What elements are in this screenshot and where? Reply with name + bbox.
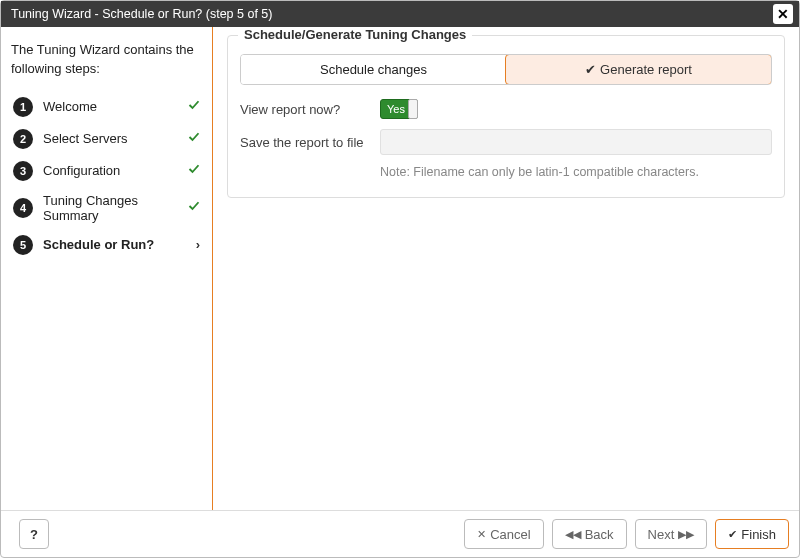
toggle-text: Yes	[387, 103, 405, 115]
close-button[interactable]: ✕	[773, 4, 793, 24]
cancel-button[interactable]: ✕ Cancel	[464, 519, 543, 549]
step-configuration[interactable]: 3 Configuration	[9, 155, 204, 187]
step-label: Configuration	[43, 163, 176, 178]
save-report-input[interactable]	[380, 129, 772, 155]
step-select-servers[interactable]: 2 Select Servers	[9, 123, 204, 155]
step-number: 1	[13, 97, 33, 117]
wizard-content: Schedule/Generate Tuning Changes Schedul…	[213, 27, 799, 510]
finish-button[interactable]: ✔ Finish	[715, 519, 789, 549]
check-icon: ✔	[728, 528, 737, 541]
panel-legend: Schedule/Generate Tuning Changes	[238, 27, 472, 42]
close-icon: ✕	[777, 6, 789, 22]
modal-body: The Tuning Wizard contains the following…	[1, 27, 799, 510]
tuning-wizard-modal: Tuning Wizard - Schedule or Run? (step 5…	[0, 0, 800, 558]
step-number: 3	[13, 161, 33, 181]
x-icon: ✕	[477, 528, 486, 541]
step-label: Tuning Changes Summary	[43, 193, 176, 223]
step-tuning-changes-summary[interactable]: 4 Tuning Changes Summary	[9, 187, 204, 229]
save-report-row: Save the report to file	[240, 129, 772, 155]
toggle-knob	[408, 99, 418, 119]
chevron-right-icon: ›	[196, 237, 200, 252]
button-label: Finish	[741, 527, 776, 542]
wizard-footer: ? ✕ Cancel ◀◀ Back Next ▶▶ ✔ Finish	[1, 510, 799, 557]
check-icon	[182, 200, 200, 215]
view-report-now-toggle[interactable]: Yes	[380, 99, 418, 119]
help-icon: ?	[30, 527, 38, 542]
step-label: Schedule or Run?	[43, 237, 190, 252]
check-icon	[182, 163, 200, 178]
step-number: 5	[13, 235, 33, 255]
save-report-label: Save the report to file	[240, 135, 380, 150]
wizard-sidebar: The Tuning Wizard contains the following…	[1, 27, 213, 510]
button-label: Cancel	[490, 527, 530, 542]
next-button[interactable]: Next ▶▶	[635, 519, 708, 549]
view-report-now-row: View report now? Yes	[240, 99, 772, 119]
step-number: 4	[13, 198, 33, 218]
step-number: 2	[13, 129, 33, 149]
check-icon	[182, 99, 200, 114]
button-label: Next	[648, 527, 675, 542]
tab-generate-report[interactable]: ✔Generate report	[505, 54, 772, 85]
tab-schedule-changes[interactable]: Schedule changes	[241, 55, 506, 84]
forward-icon: ▶▶	[678, 528, 694, 541]
step-label: Welcome	[43, 99, 176, 114]
window-title: Tuning Wizard - Schedule or Run? (step 5…	[11, 7, 773, 21]
view-report-now-label: View report now?	[240, 102, 380, 117]
back-button[interactable]: ◀◀ Back	[552, 519, 627, 549]
help-button[interactable]: ?	[19, 519, 49, 549]
wizard-steps: 1 Welcome 2 Select Servers 3 Configurati…	[9, 91, 204, 261]
tab-label: Generate report	[600, 62, 692, 77]
button-label: Back	[585, 527, 614, 542]
check-icon	[182, 131, 200, 146]
titlebar: Tuning Wizard - Schedule or Run? (step 5…	[1, 1, 799, 27]
check-icon: ✔	[585, 62, 596, 77]
filename-note: Note: Filename can only be latin-1 compa…	[380, 165, 772, 179]
step-label: Select Servers	[43, 131, 176, 146]
schedule-generate-panel: Schedule/Generate Tuning Changes Schedul…	[227, 35, 785, 198]
action-tabs: Schedule changes ✔Generate report	[240, 54, 772, 85]
sidebar-intro: The Tuning Wizard contains the following…	[11, 41, 202, 79]
step-schedule-or-run[interactable]: 5 Schedule or Run? ›	[9, 229, 204, 261]
step-welcome[interactable]: 1 Welcome	[9, 91, 204, 123]
tab-label: Schedule changes	[320, 62, 427, 77]
rewind-icon: ◀◀	[565, 528, 581, 541]
